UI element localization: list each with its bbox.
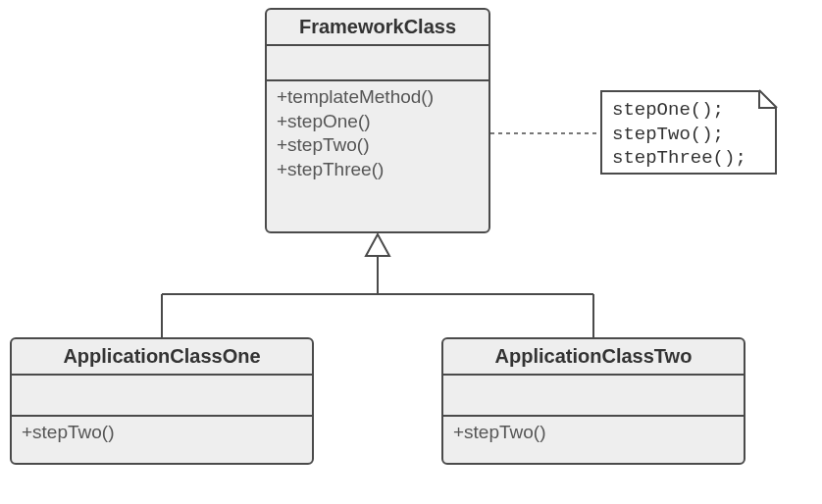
application-class-two-box: ApplicationClassTwo +stepTwo() [441,337,745,465]
framework-method-stepone: +stepOne() [277,110,479,134]
application-class-one-methods: +stepTwo() [12,417,312,453]
framework-class-methods: +templateMethod() +stepOne() +stepTwo() … [267,81,488,190]
application-class-one-attrs [12,376,312,417]
application-class-two-attrs [443,376,744,417]
application-class-two-title: ApplicationClassTwo [443,339,744,376]
framework-method-stepthree: +stepThree() [277,158,479,182]
application-class-two-methods: +stepTwo() [443,417,744,453]
note-line-3: stepThree(); [612,146,765,171]
framework-class-box: FrameworkClass +templateMethod() +stepOn… [265,8,490,233]
application-class-one-box: ApplicationClassOne +stepTwo() [10,337,314,465]
framework-method-templatemethod: +templateMethod() [277,85,479,110]
application-class-one-method-steptwo: +stepTwo() [22,421,302,445]
application-class-one-title: ApplicationClassOne [12,339,312,376]
framework-method-steptwo: +stepTwo() [277,133,479,158]
application-class-two-method-steptwo: +stepTwo() [453,421,734,445]
note-line-2: stepTwo(); [612,123,765,147]
framework-class-title: FrameworkClass [267,10,488,46]
note-line-1: stepOne(); [612,98,765,123]
note-box: stepOne(); stepTwo(); stepThree(); [600,90,777,175]
inheritance-arrow-icon [366,234,389,256]
framework-class-attrs [267,46,488,81]
